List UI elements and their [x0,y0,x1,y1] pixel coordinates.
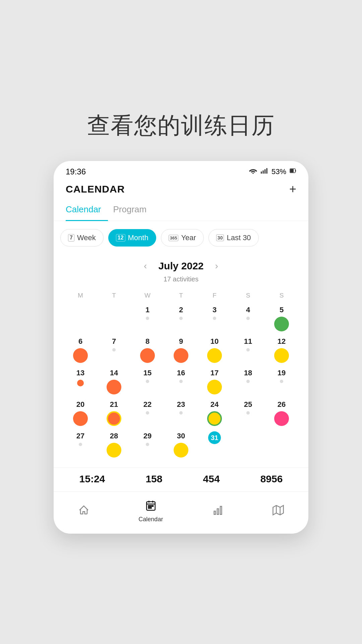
tab-program[interactable]: Program [113,201,154,221]
activity-dot [179,380,183,383]
day-cell-3[interactable]: 3 [198,303,231,335]
day-cell-29[interactable]: 29 [131,429,164,461]
nav-stats[interactable] [205,502,230,521]
stat-count1: 158 [145,473,162,485]
calendar-grid: M T W T F S S 1 2 3 4 5 6 7 8 9 10 [64,289,298,461]
filter-month[interactable]: 12 Month [108,229,156,247]
day-cell-28[interactable]: 28 [97,429,131,461]
stat-count2: 454 [203,473,220,485]
day-cell-17[interactable]: 17 [198,366,231,398]
next-month-button[interactable]: › [210,258,223,274]
home-icon [78,504,89,519]
svg-rect-18 [220,506,222,514]
day-cell-18[interactable]: 18 [231,366,265,398]
prev-month-button[interactable]: ‹ [139,258,152,274]
stats-icon [212,504,224,519]
tab-calendar[interactable]: Calendar [66,201,108,221]
day-header-f: F [198,289,231,303]
activity-dot [274,411,289,426]
nav-calendar[interactable]: Calendar [132,497,170,526]
page-wrapper: 查看您的训练日历 19:36 53% CALENDAR + [0,0,362,644]
day-cell-2[interactable]: 2 [164,303,198,335]
activity-dot [246,411,250,415]
day-cell-22[interactable]: 22 [131,398,164,429]
nav-map[interactable] [266,502,291,521]
activity-dot [107,443,121,458]
phone-frame: 19:36 53% CALENDAR + Calendar [54,161,308,534]
calendar-area: ‹ July 2022 › 17 activities M T W T F S … [54,255,308,468]
day-cell [64,303,97,335]
day-cell-30[interactable]: 30 [164,429,198,461]
day-cell-11[interactable]: 11 [231,335,265,366]
day-header-m: M [64,289,97,303]
day-cell-9[interactable]: 9 [164,335,198,366]
day-cell-20[interactable]: 20 [64,398,97,429]
day-cell-8[interactable]: 8 [131,335,164,366]
filter-last30[interactable]: 30 Last 30 [208,229,259,247]
activity-dot [207,380,222,394]
filter-week[interactable]: 7 Week [60,229,104,247]
activity-dot [112,348,116,352]
day-cell-15[interactable]: 15 [131,366,164,398]
day-cell-25[interactable]: 25 [231,398,265,429]
activity-dot [73,411,88,426]
activity-dot [179,317,183,320]
day-cell-23[interactable]: 23 [164,398,198,429]
svg-rect-0 [261,171,262,174]
month-header: ‹ July 2022 › [64,258,298,274]
day-cell-19[interactable]: 19 [265,366,298,398]
status-right: 53% [249,167,296,176]
battery-level: 53% [272,167,286,176]
activity-dot [146,443,149,446]
add-button[interactable]: + [289,183,296,195]
activity-dot [79,443,82,446]
last30-icon: 30 [216,234,224,241]
svg-rect-3 [266,168,267,174]
week-icon: 7 [68,234,74,241]
svg-rect-15 [150,507,151,508]
activity-dot [77,380,84,386]
day-cell-27[interactable]: 27 [64,429,97,461]
nav-home[interactable] [71,502,96,521]
month-name: July 2022 [158,260,203,272]
day-cell-1[interactable]: 1 [131,303,164,335]
activity-dot [274,317,289,331]
activity-dot [207,348,222,363]
day-cell-26[interactable]: 26 [265,398,298,429]
day-cell-21[interactable]: 21 [97,398,131,429]
activity-dot [274,348,289,363]
time: 19:36 [66,167,86,176]
battery-icon [290,167,296,176]
activity-dot [179,411,183,415]
day-cell-10[interactable]: 10 [198,335,231,366]
activity-dot [246,348,250,352]
day-cell-13[interactable]: 13 [64,366,97,398]
svg-rect-1 [262,170,263,174]
day-cell-7[interactable]: 7 [97,335,131,366]
day-cell [231,429,265,461]
activity-dot [73,348,88,363]
svg-marker-19 [273,505,283,515]
day-cell-16[interactable]: 16 [164,366,198,398]
day-cell-12[interactable]: 12 [265,335,298,366]
day-header-s2: S [265,289,298,303]
year-icon: 365 [169,235,179,241]
day-cell-5[interactable]: 5 [265,303,298,335]
nav-calendar-label: Calendar [138,516,163,523]
activity-dot [246,317,250,320]
svg-rect-16 [214,511,215,514]
day-cell [265,429,298,461]
activity-dot [280,380,283,383]
filter-row: 7 Week 12 Month 365 Year 30 Last 30 [54,221,308,255]
status-bar: 19:36 53% [54,161,308,180]
activity-dot [213,317,216,320]
day-header-w: W [131,289,164,303]
header-title: CALENDAR [66,183,125,195]
month-icon: 12 [116,234,125,241]
day-cell-31[interactable]: 31 [198,429,231,461]
filter-year[interactable]: 365 Year [161,229,204,247]
day-cell-6[interactable]: 6 [64,335,97,366]
day-cell-4[interactable]: 4 [231,303,265,335]
day-cell-14[interactable]: 14 [97,366,131,398]
day-cell-24[interactable]: 24 [198,398,231,429]
